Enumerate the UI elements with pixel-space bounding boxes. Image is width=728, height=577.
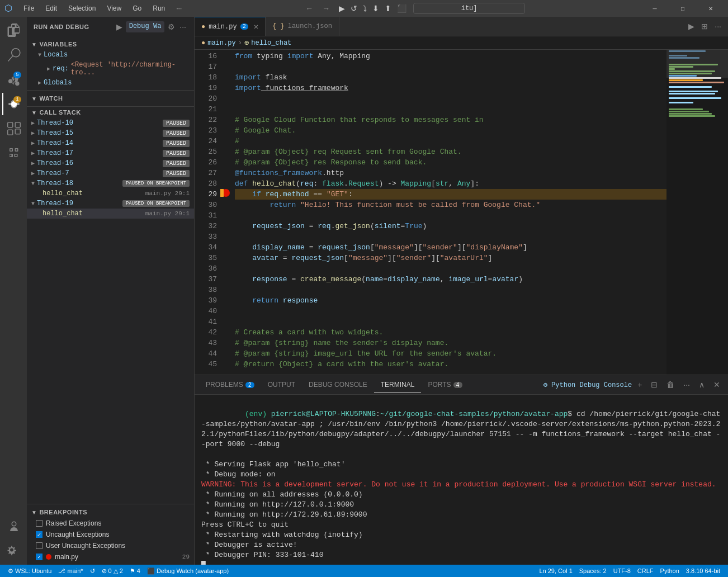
menu-view[interactable]: View (102, 3, 126, 13)
thread-19-frame-0[interactable]: hello_chat main.py 29:1 (27, 209, 194, 219)
breakpoints-header[interactable]: ▼ BREAKPOINTS (27, 507, 194, 518)
activity-explorer[interactable] (2, 19, 25, 41)
debug-step-over[interactable]: ⤵ (361, 3, 369, 14)
debug-config-selector[interactable]: Debug Wa (126, 21, 165, 32)
more-actions-button[interactable]: ··· (712, 21, 724, 32)
panel-more-button[interactable]: ··· (680, 379, 693, 390)
bp-main-py-checkbox[interactable]: ✓ (36, 554, 42, 560)
status-branch[interactable]: ⎇ main* (55, 567, 86, 575)
activity-settings[interactable] (2, 540, 25, 562)
thread-10-header[interactable]: ▶ Thread-10 PAUSED (27, 118, 194, 128)
debug-step-into[interactable]: ⬇ (370, 3, 381, 14)
status-debug-watch-count[interactable]: ⚑ 4 (126, 567, 144, 575)
thread-17-header[interactable]: ▶ Thread-17 PAUSED (27, 148, 194, 158)
status-python-version[interactable]: 3.8.10 64-bit (683, 567, 724, 574)
address-bar[interactable]: itu] (413, 3, 525, 14)
status-line-ending[interactable]: CRLF (634, 567, 657, 574)
menu-run[interactable]: Run (148, 3, 169, 13)
close-button[interactable]: ✕ (698, 0, 724, 17)
tab-main-py-close[interactable]: ✕ (254, 22, 258, 31)
status-debug-name[interactable]: ⬛ Debug Watch (avatar-app) (144, 567, 232, 575)
panel-tab-debug-console[interactable]: DEBUG CONSOLE (302, 377, 374, 392)
status-sync[interactable]: ↺ (87, 567, 98, 575)
panel-close-button[interactable]: ✕ (710, 379, 724, 390)
panel-tab-ports[interactable]: PORTS4 (421, 377, 469, 392)
status-language[interactable]: Python (657, 567, 683, 574)
activity-account[interactable] (2, 515, 25, 538)
panel-delete-button[interactable]: 🗑 (663, 379, 678, 390)
tab-launch-json[interactable]: { } launch.json (266, 17, 339, 36)
thread-15-header[interactable]: ▶ Thread-15 PAUSED (27, 128, 194, 138)
status-spaces[interactable]: Spaces: 2 (576, 567, 610, 574)
panel-add-button[interactable]: + (634, 379, 645, 390)
sidebar-more-actions[interactable]: ··· (178, 21, 187, 32)
thread-7-header[interactable]: ▶ Thread-7 PAUSED (27, 168, 194, 178)
activity-extensions[interactable] (2, 117, 25, 140)
breadcrumb-function[interactable]: hello_chat (251, 39, 291, 47)
code-editor[interactable]: 16 17 18 19 20 21 22 23 24 25 26 27 28 2… (195, 50, 728, 375)
bp-main-py[interactable]: ✓ main.py 29 (27, 551, 194, 562)
debug-stop[interactable]: ⬛ (395, 3, 409, 14)
status-encoding[interactable]: UTF-8 (610, 567, 634, 574)
bp-uncaught-exceptions-label: Uncaught Exceptions (46, 531, 109, 538)
variables-header[interactable]: ▼ VARIABLES (27, 39, 194, 50)
debug-start-button[interactable]: ▶ (115, 21, 124, 32)
debug-continue[interactable]: ▶ (337, 3, 347, 14)
thread-16-header[interactable]: ▶ Thread-16 PAUSED (27, 158, 194, 168)
bp-raised-exceptions-checkbox[interactable] (36, 520, 42, 527)
bp-user-uncaught-checkbox[interactable] (36, 542, 42, 549)
req-variable[interactable]: ▶ req: <Request 'http://charming-tro... (27, 60, 194, 78)
forward-button[interactable]: → (320, 3, 332, 14)
call-stack-header[interactable]: ▼ CALL STACK (27, 107, 194, 118)
term-line-9: * Restarting with watchdog (inotify) (201, 530, 721, 540)
status-wsl[interactable]: ⚙ WSL: Ubuntu (4, 567, 55, 575)
menu-file[interactable]: File (19, 3, 39, 13)
thread-19-header[interactable]: ▼ Thread-19 PAUSED ON BREAKPOINT (27, 198, 194, 209)
thread-14-chevron: ▶ (31, 140, 35, 146)
panel-maximize-button[interactable]: ∧ (696, 379, 708, 390)
activity-scm[interactable]: 5 (2, 68, 25, 91)
menu-edit[interactable]: Edit (41, 3, 62, 13)
debug-badge: 1 (13, 96, 21, 103)
watch-header[interactable]: ▼ WATCH (27, 93, 194, 104)
bp-uncaught-exceptions-checkbox[interactable]: ✓ (36, 531, 42, 538)
menu-more[interactable]: ··· (172, 3, 186, 13)
maximize-button[interactable]: □ (670, 0, 696, 17)
panel-split-button[interactable]: ⊟ (647, 379, 661, 390)
terminal-selector[interactable]: ⚙ Python Debug Console (543, 381, 632, 389)
debug-step-out[interactable]: ⬆ (382, 3, 394, 14)
debug-config-settings[interactable]: ⚙ (167, 21, 176, 32)
thread-17-chevron: ▶ (31, 150, 35, 157)
menu-selection[interactable]: Selection (64, 3, 100, 13)
breadcrumb-file[interactable]: main.py (207, 39, 235, 47)
menu-go[interactable]: Go (128, 3, 146, 13)
thread-18-header[interactable]: ▼ Thread-18 PAUSED ON BREAKPOINT (27, 178, 194, 188)
globals-tree-item[interactable]: ▶ Globals (27, 78, 194, 88)
breakpoints-section: ▼ BREAKPOINTS Raised Exceptions ✓ Uncaug… (27, 504, 194, 565)
minimize-button[interactable]: ─ (642, 0, 668, 17)
panel-tab-terminal[interactable]: TERMINAL (374, 377, 422, 392)
tab-main-py[interactable]: ● main.py 2 ✕ (195, 17, 266, 36)
debug-restart[interactable]: ↺ (348, 3, 360, 14)
status-errors[interactable]: ⊘ 0 △ 2 (98, 567, 126, 575)
panel-tab-problems[interactable]: PROBLEMS2 (199, 377, 261, 392)
bp-uncaught-exceptions[interactable]: ✓ Uncaught Exceptions (27, 529, 194, 540)
activity-testing[interactable] (2, 142, 25, 164)
locals-tree-item[interactable]: ▼ Locals (27, 50, 194, 60)
back-button[interactable]: ← (303, 3, 315, 14)
activity-search[interactable] (2, 44, 25, 66)
run-file-button[interactable]: ▶ (686, 21, 697, 32)
bp-raised-exceptions[interactable]: Raised Exceptions (27, 518, 194, 529)
activity-debug[interactable]: 1 (2, 93, 25, 115)
bp-user-uncaught[interactable]: User Uncaught Exceptions (27, 540, 194, 551)
thread-18-frame-0[interactable]: hello_chat main.py 29:1 (27, 188, 194, 198)
thread-14-header[interactable]: ▶ Thread-14 PAUSED (27, 138, 194, 148)
status-branch-label: main* (67, 567, 83, 574)
code-line-16: from typing import Any, Mapping (235, 51, 666, 62)
split-editor-button[interactable]: ⊞ (699, 21, 710, 32)
status-cursor-pos[interactable]: Ln 29, Col 1 (536, 567, 575, 574)
warning-icon: △ (114, 567, 118, 575)
terminal-content[interactable]: (env) pierrick@LAPTOP-HKU5PNNG:~/git/goo… (195, 395, 728, 565)
panel-tab-output[interactable]: OUTPUT (261, 377, 302, 392)
status-debug-label: Debug Watch (avatar-app) (157, 567, 229, 574)
